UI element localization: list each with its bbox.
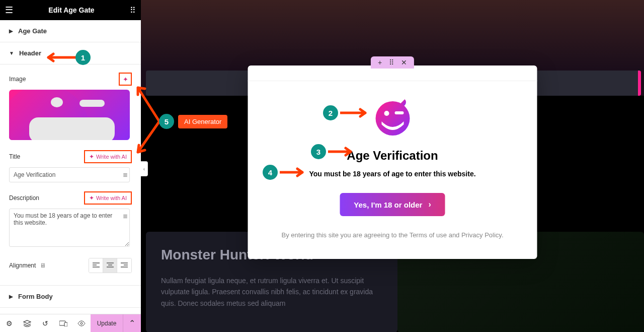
- title-input[interactable]: [9, 167, 130, 182]
- svg-rect-5: [64, 322, 67, 326]
- svg-point-8: [384, 111, 389, 116]
- dynamic-tags-icon[interactable]: ≣: [123, 171, 128, 178]
- section-form-body[interactable]: ▶ Form Body: [0, 286, 141, 308]
- description-field-label: Description: [9, 194, 39, 202]
- eye-icon: [77, 320, 86, 326]
- title-field-label: Title: [9, 153, 20, 160]
- annotation-badge-1: 1: [75, 50, 91, 65]
- logo-icon: [372, 96, 413, 137]
- annotation-badge-3: 3: [311, 144, 326, 159]
- hamburger-icon[interactable]: ☰: [5, 5, 13, 16]
- align-right-icon: [121, 262, 128, 269]
- alignment-button-group: [89, 258, 132, 273]
- description-input[interactable]: [9, 209, 130, 247]
- svg-rect-9: [394, 111, 404, 114]
- panel-title: Edit Age Gate: [13, 6, 130, 14]
- section-bar-accent: [638, 71, 641, 96]
- align-center-icon: [107, 262, 114, 269]
- chevron-left-icon: ‹: [143, 166, 145, 172]
- logo-preview-icon: [9, 90, 130, 140]
- modal-footer-text: By entering this site you are agreeing t…: [263, 231, 522, 239]
- caret-down-icon: ▼: [9, 50, 14, 56]
- section-age-gate[interactable]: ▶ Age Gate: [0, 20, 141, 42]
- responsive-mode-icon[interactable]: [54, 314, 72, 332]
- caret-right-icon: ▶: [9, 294, 13, 299]
- write-with-ai-description-button[interactable]: ✦ Write with AI: [84, 191, 132, 205]
- annotation-badge-4: 4: [263, 165, 278, 180]
- modal-divider: [248, 81, 537, 81]
- drag-handle-icon[interactable]: ⠿: [389, 58, 394, 67]
- svg-point-1: [51, 97, 63, 107]
- align-left-icon: [93, 262, 100, 269]
- add-widget-icon[interactable]: +: [378, 58, 382, 67]
- annotation-badge-5: 5: [159, 114, 174, 129]
- image-field-label: Image: [9, 76, 26, 83]
- update-button[interactable]: Update: [91, 314, 123, 332]
- align-right-button[interactable]: [117, 258, 131, 273]
- svg-point-7: [375, 101, 410, 136]
- section-label: Form Body: [18, 293, 53, 300]
- write-ai-label: Write with AI: [96, 195, 127, 201]
- widget-handle-tab: + ⠿ ✕: [371, 56, 414, 69]
- svg-rect-3: [29, 117, 115, 140]
- layers-icon: [23, 320, 31, 327]
- apps-grid-icon[interactable]: ⠿: [130, 6, 136, 15]
- sparkle-icon: ✦: [89, 153, 94, 160]
- panel-collapse-handle[interactable]: ‹: [141, 161, 148, 176]
- caret-right-icon: ▶: [9, 28, 13, 34]
- header-section-content: Image ✦ Title ✦ Write with AI: [0, 64, 141, 286]
- write-with-ai-title-button[interactable]: ✦ Write with AI: [84, 150, 132, 163]
- panel-header: ☰ Edit Age Gate ⠿: [0, 0, 141, 20]
- section-label: Header: [19, 49, 41, 57]
- image-preview[interactable]: [9, 90, 130, 140]
- panel-body: ▶ Age Gate ▼ Header Image ✦: [0, 20, 141, 314]
- alignment-field-label: Alignment 🖥: [9, 262, 46, 269]
- preview-icon[interactable]: [72, 314, 91, 332]
- annotation-arrow-1: [43, 52, 76, 62]
- update-options-button[interactable]: ⌃: [123, 314, 141, 332]
- confirm-age-button[interactable]: Yes, I'm 18 or older ›: [340, 193, 445, 216]
- chevron-up-icon: ⌃: [129, 318, 135, 328]
- editor-left-panel: ☰ Edit Age Gate ⠿ ▶ Age Gate ▼ Header Im…: [0, 0, 141, 332]
- devices-icon: [59, 320, 67, 326]
- modal-title: Age Verification: [263, 149, 522, 163]
- panel-footer: ⚙ ↺ Update ⌃: [0, 314, 141, 332]
- annotation-label-ai-generator: AI Generator: [178, 115, 227, 128]
- age-gate-modal: Age Verification You must be 18 years of…: [248, 65, 537, 259]
- ai-generate-image-button[interactable]: ✦: [119, 73, 132, 86]
- editor-canvas: Monster Hunter: World Nullam feugiat lig…: [141, 0, 644, 332]
- annotation-badge-2: 2: [323, 105, 338, 120]
- align-center-button[interactable]: [103, 258, 117, 273]
- navigator-icon[interactable]: [18, 314, 36, 332]
- annotation-arrow-4: [280, 167, 307, 177]
- align-left-button[interactable]: [89, 258, 103, 273]
- close-widget-icon[interactable]: ✕: [401, 58, 407, 67]
- dynamic-tags-icon[interactable]: ≣: [123, 213, 128, 220]
- modal-logo: [372, 96, 413, 137]
- svg-point-6: [80, 322, 83, 324]
- sparkle-icon: ✦: [89, 194, 94, 202]
- settings-icon[interactable]: ⚙: [0, 314, 18, 332]
- annotation-arrow-2: [340, 108, 370, 118]
- write-ai-label: Write with AI: [96, 154, 127, 160]
- annotation-arrow-3: [328, 147, 356, 157]
- history-icon[interactable]: ↺: [36, 314, 54, 332]
- sparkle-icon: ✦: [123, 76, 128, 83]
- responsive-icon[interactable]: 🖥: [40, 262, 46, 269]
- article-body: Nullam feugiat ligula neque, et rutrum l…: [161, 275, 382, 309]
- section-label: Age Gate: [18, 27, 47, 35]
- chevron-right-icon: ›: [428, 200, 431, 209]
- svg-rect-2: [79, 100, 105, 107]
